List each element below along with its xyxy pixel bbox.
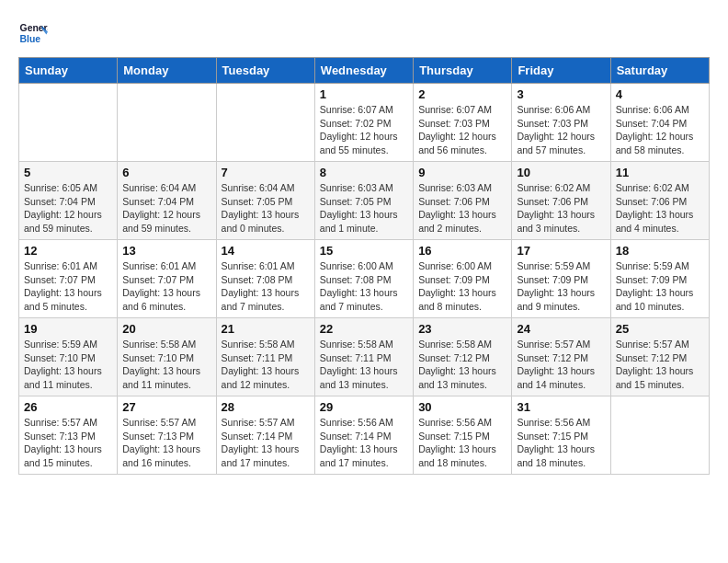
day-number: 31 — [517, 400, 605, 414]
day-info: Sunrise: 6:04 AM Sunset: 7:05 PM Dayligh… — [222, 181, 310, 236]
day-info: Sunrise: 5:59 AM Sunset: 7:10 PM Dayligh… — [24, 338, 112, 392]
calendar-cell: 17Sunrise: 5:59 AM Sunset: 7:09 PM Dayli… — [512, 240, 610, 318]
day-number: 2 — [418, 87, 506, 101]
day-info: Sunrise: 6:03 AM Sunset: 7:05 PM Dayligh… — [320, 181, 408, 236]
calendar-cell: 16Sunrise: 6:00 AM Sunset: 7:09 PM Dayli… — [414, 240, 512, 318]
calendar-cell: 29Sunrise: 5:56 AM Sunset: 7:14 PM Dayli… — [314, 396, 413, 475]
day-info: Sunrise: 5:57 AM Sunset: 7:14 PM Dayligh… — [222, 416, 310, 470]
calendar-cell: 18Sunrise: 5:59 AM Sunset: 7:09 PM Dayli… — [610, 240, 709, 318]
day-number: 6 — [122, 166, 210, 179]
calendar-cell: 5Sunrise: 6:05 AM Sunset: 7:04 PM Daylig… — [19, 162, 118, 240]
day-info: Sunrise: 5:57 AM Sunset: 7:12 PM Dayligh… — [616, 338, 704, 392]
day-info: Sunrise: 5:59 AM Sunset: 7:09 PM Dayligh… — [616, 259, 704, 314]
calendar-cell: 3Sunrise: 6:06 AM Sunset: 7:03 PM Daylig… — [512, 84, 610, 162]
day-number: 23 — [418, 322, 506, 336]
weekday-header: Tuesday — [216, 58, 314, 84]
day-number: 24 — [517, 322, 605, 336]
day-number: 10 — [517, 166, 605, 179]
calendar-cell: 28Sunrise: 5:57 AM Sunset: 7:14 PM Dayli… — [216, 396, 314, 475]
calendar-cell: 31Sunrise: 5:56 AM Sunset: 7:15 PM Dayli… — [512, 396, 610, 475]
day-info: Sunrise: 6:05 AM Sunset: 7:04 PM Dayligh… — [24, 181, 112, 236]
day-info: Sunrise: 5:58 AM Sunset: 7:11 PM Dayligh… — [222, 338, 310, 392]
day-number: 1 — [320, 87, 408, 101]
day-number: 15 — [320, 244, 408, 258]
calendar-cell: 25Sunrise: 5:57 AM Sunset: 7:12 PM Dayli… — [610, 318, 709, 396]
calendar-table: SundayMondayTuesdayWednesdayThursdayFrid… — [18, 57, 710, 475]
day-info: Sunrise: 6:07 AM Sunset: 7:02 PM Dayligh… — [320, 103, 408, 157]
logo-icon: General Blue — [18, 18, 48, 48]
day-info: Sunrise: 6:00 AM Sunset: 7:09 PM Dayligh… — [418, 259, 506, 314]
calendar-cell: 4Sunrise: 6:06 AM Sunset: 7:04 PM Daylig… — [610, 84, 709, 162]
calendar-cell — [118, 84, 216, 162]
weekday-header: Monday — [118, 58, 216, 84]
weekday-header: Wednesday — [314, 58, 413, 84]
day-number: 26 — [24, 400, 112, 414]
day-number: 20 — [122, 322, 210, 336]
calendar-cell: 30Sunrise: 5:56 AM Sunset: 7:15 PM Dayli… — [414, 396, 512, 475]
day-number: 28 — [222, 400, 310, 414]
day-info: Sunrise: 5:59 AM Sunset: 7:09 PM Dayligh… — [517, 259, 605, 314]
day-number: 5 — [24, 166, 112, 179]
calendar-cell: 12Sunrise: 6:01 AM Sunset: 7:07 PM Dayli… — [19, 240, 118, 318]
calendar-cell: 14Sunrise: 6:01 AM Sunset: 7:08 PM Dayli… — [216, 240, 314, 318]
calendar-cell: 19Sunrise: 5:59 AM Sunset: 7:10 PM Dayli… — [19, 318, 118, 396]
calendar-cell: 13Sunrise: 6:01 AM Sunset: 7:07 PM Dayli… — [118, 240, 216, 318]
day-info: Sunrise: 5:57 AM Sunset: 7:13 PM Dayligh… — [122, 416, 210, 470]
day-number: 12 — [24, 244, 112, 258]
day-info: Sunrise: 5:58 AM Sunset: 7:11 PM Dayligh… — [320, 338, 408, 392]
day-number: 4 — [616, 87, 704, 101]
calendar-cell: 1Sunrise: 6:07 AM Sunset: 7:02 PM Daylig… — [314, 84, 413, 162]
day-number: 19 — [24, 322, 112, 336]
day-number: 16 — [418, 244, 506, 258]
calendar-cell: 20Sunrise: 5:58 AM Sunset: 7:10 PM Dayli… — [118, 318, 216, 396]
weekday-header: Thursday — [414, 58, 512, 84]
day-info: Sunrise: 5:56 AM Sunset: 7:14 PM Dayligh… — [320, 416, 408, 470]
day-info: Sunrise: 6:03 AM Sunset: 7:06 PM Dayligh… — [418, 181, 506, 236]
calendar-cell — [610, 396, 709, 475]
day-info: Sunrise: 6:01 AM Sunset: 7:07 PM Dayligh… — [122, 259, 210, 314]
day-info: Sunrise: 5:58 AM Sunset: 7:12 PM Dayligh… — [418, 338, 506, 392]
day-number: 25 — [616, 322, 704, 336]
calendar-cell: 11Sunrise: 6:02 AM Sunset: 7:06 PM Dayli… — [610, 162, 709, 240]
day-info: Sunrise: 6:06 AM Sunset: 7:03 PM Dayligh… — [517, 103, 605, 157]
day-number: 14 — [222, 244, 310, 258]
calendar-cell: 15Sunrise: 6:00 AM Sunset: 7:08 PM Dayli… — [314, 240, 413, 318]
day-number: 30 — [418, 400, 506, 414]
day-info: Sunrise: 6:00 AM Sunset: 7:08 PM Dayligh… — [320, 259, 408, 314]
day-number: 13 — [122, 244, 210, 258]
calendar-cell: 9Sunrise: 6:03 AM Sunset: 7:06 PM Daylig… — [414, 162, 512, 240]
day-number: 29 — [320, 400, 408, 414]
calendar-cell: 7Sunrise: 6:04 AM Sunset: 7:05 PM Daylig… — [216, 162, 314, 240]
day-number: 7 — [222, 166, 310, 179]
day-info: Sunrise: 5:57 AM Sunset: 7:13 PM Dayligh… — [24, 416, 112, 470]
day-info: Sunrise: 6:01 AM Sunset: 7:08 PM Dayligh… — [222, 259, 310, 314]
calendar-cell: 8Sunrise: 6:03 AM Sunset: 7:05 PM Daylig… — [314, 162, 413, 240]
calendar-cell: 22Sunrise: 5:58 AM Sunset: 7:11 PM Dayli… — [314, 318, 413, 396]
day-number: 3 — [517, 87, 605, 101]
day-info: Sunrise: 5:56 AM Sunset: 7:15 PM Dayligh… — [517, 416, 605, 470]
day-number: 21 — [222, 322, 310, 336]
day-info: Sunrise: 5:58 AM Sunset: 7:10 PM Dayligh… — [122, 338, 210, 392]
header: General Blue — [18, 18, 710, 48]
day-info: Sunrise: 6:02 AM Sunset: 7:06 PM Dayligh… — [517, 181, 605, 236]
weekday-header: Friday — [512, 58, 610, 84]
calendar-cell: 10Sunrise: 6:02 AM Sunset: 7:06 PM Dayli… — [512, 162, 610, 240]
day-info: Sunrise: 6:06 AM Sunset: 7:04 PM Dayligh… — [616, 103, 704, 157]
day-info: Sunrise: 6:01 AM Sunset: 7:07 PM Dayligh… — [24, 259, 112, 314]
day-number: 8 — [320, 166, 408, 179]
logo: General Blue — [18, 18, 51, 48]
calendar-cell: 27Sunrise: 5:57 AM Sunset: 7:13 PM Dayli… — [118, 396, 216, 475]
day-number: 27 — [122, 400, 210, 414]
calendar-cell — [216, 84, 314, 162]
svg-text:Blue: Blue — [20, 34, 41, 44]
day-number: 18 — [616, 244, 704, 258]
weekday-header: Sunday — [19, 58, 118, 84]
day-info: Sunrise: 5:57 AM Sunset: 7:12 PM Dayligh… — [517, 338, 605, 392]
calendar-cell: 21Sunrise: 5:58 AM Sunset: 7:11 PM Dayli… — [216, 318, 314, 396]
day-number: 11 — [616, 166, 704, 179]
day-info: Sunrise: 6:04 AM Sunset: 7:04 PM Dayligh… — [122, 181, 210, 236]
calendar-cell: 24Sunrise: 5:57 AM Sunset: 7:12 PM Dayli… — [512, 318, 610, 396]
day-number: 9 — [418, 166, 506, 179]
weekday-header: Saturday — [610, 58, 709, 84]
day-number: 17 — [517, 244, 605, 258]
